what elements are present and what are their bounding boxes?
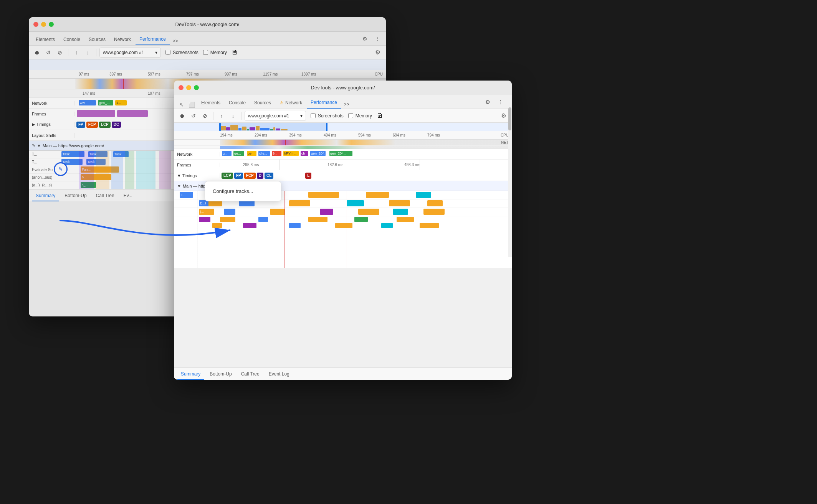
window-title-1: DevTools - www.google.com/ [175,21,240,27]
download-button-1[interactable]: ↓ [83,48,93,58]
scrollbar-2[interactable] [508,123,512,257]
flame-chart-2: T... E...t [174,191,512,268]
event-log-tab-2[interactable]: Event Log [265,369,293,380]
reload-button-2[interactable]: ↺ [189,111,198,121]
tab-more-2[interactable]: >> [342,100,352,109]
maximize-button-2[interactable] [194,85,199,90]
call-tree-tab-2[interactable]: Call Tree [237,369,263,380]
tab-sources-1[interactable]: Sources [85,34,109,45]
memory-icon-1: 🖹 [232,49,238,56]
cpu-overview-2: NET [174,140,512,146]
edit-circle-annotation: ✎ [54,162,68,176]
window-controls-2[interactable] [179,85,199,90]
devtools-icon-2: ↖ [177,102,186,108]
memory-icon-2: 🖹 [377,112,383,119]
tab-console-2[interactable]: Console [225,97,250,109]
settings-icon-2[interactable]: ⚙ [483,97,493,107]
device-toolbar-icon: ⬜ [189,102,195,108]
tab-more-1[interactable]: >> [170,37,180,45]
record-button-1[interactable]: ⏺ [32,48,42,58]
network-label-1: Network [29,101,75,105]
network-row-2: Network g... ge... ge clie... 9... hPYm.… [174,149,512,160]
memory-toggle-1[interactable]: Memory [203,50,227,55]
titlebar-1: DevTools - www.google.com/ [29,17,386,32]
chevron-down-icon: ▾ [155,50,157,55]
cpu-label-2: CPU [501,133,509,137]
tab-sources-2[interactable]: Sources [250,97,275,109]
configure-tracks-popup: Configure tracks... [205,181,281,201]
timeline-ruler-1: 97 ms 397 ms 597 ms 797 ms 997 ms 1197 m… [29,70,386,79]
tab-elements-1[interactable]: Elements [32,34,59,45]
tab-performance-1[interactable]: Performance [136,34,170,45]
devtools-window-2: DevTools - www.google.com/ ↖ ⬜ Elements … [174,81,512,380]
tab-network-1[interactable]: Network [110,34,135,45]
url-selector-1[interactable]: www.google.com #1 ▾ [99,48,161,58]
timeline-area-2: 194 ms 294 ms 394 ms 494 ms 594 ms 694 m… [174,123,512,268]
bottom-tab-bar-2: Summary Bottom-Up Call Tree Event Log [174,367,512,380]
device-icon-2: ⬜ [187,102,197,108]
timeline-ruler-2: 194 ms 294 ms 394 ms 494 ms 594 ms 694 m… [174,131,512,140]
edit-pencil-icon[interactable]: ✎ [32,143,35,148]
more-icon-1[interactable]: ⋮ [373,34,383,44]
window-title-2: DevTools - www.google.com/ [311,85,375,91]
toolbar-2: ⏺ ↺ ⊘ ↑ ↓ www.google.com #1 ▾ Screenshot… [174,109,512,123]
chevron-down-icon-2: ▾ [300,113,303,119]
call-tree-tab-1[interactable]: Call Tree [92,191,118,201]
upload-button-1[interactable]: ↑ [71,48,81,58]
settings-icon-1[interactable]: ⚙ [360,34,370,44]
window-controls-1[interactable] [33,22,54,27]
summary-tab-1[interactable]: Summary [32,191,59,201]
screenshots-toggle-1[interactable]: Screenshots [165,50,198,55]
tab-bar-1: Elements Console Sources Network Perform… [29,32,386,46]
net-bar-2 [174,146,512,149]
clear-button-2[interactable]: ⊘ [200,111,210,121]
clear-button-1[interactable]: ⊘ [55,48,65,58]
warning-icon: ⚠ [280,100,284,105]
cursor-icon: ↖ [179,102,184,108]
reload-button-1[interactable]: ↺ [43,48,53,58]
summary-tab-2[interactable]: Summary [177,369,204,380]
memory-toggle-2[interactable]: Memory [348,113,372,119]
minimize-button-2[interactable] [186,85,191,90]
toolbar-1: ⏺ ↺ ⊘ ↑ ↓ www.google.com #1 ▾ Screenshot… [29,46,386,59]
tab-console-1[interactable]: Console [60,34,84,45]
bottom-up-tab-1[interactable]: Bottom-Up [61,191,90,201]
tab-bar-2: ↖ ⬜ Elements Console Sources ⚠ Network P… [174,95,512,109]
chevron-down-icon-main: ▼ [177,184,181,188]
chevron-down-icon: ▼ [37,143,41,148]
event-log-tab-1[interactable]: Ev... [120,191,136,201]
close-button-1[interactable] [33,22,38,27]
capture-settings-2[interactable]: ⚙ [499,111,509,121]
tab-performance-2[interactable]: Performance [307,97,341,109]
tab-network-2[interactable]: ⚠ Network [276,97,306,109]
download-button-2[interactable]: ↓ [228,111,238,121]
timings-row-2: ▼ Timings LCP FP FCP D CL L [174,170,512,181]
configure-tracks-item[interactable]: Configure tracks... [205,184,281,198]
frames-row-2: Frames 295.8 ms 182.6 ms 493.3 ms [174,160,512,170]
bottom-up-tab-2[interactable]: Bottom-Up [206,369,235,380]
cpu-label-1: CPU [375,72,383,76]
upload-button-2[interactable]: ↑ [217,111,227,121]
maximize-button-1[interactable] [49,22,54,27]
pencil-icon: ✎ [58,166,63,172]
screenshots-toggle-2[interactable]: Screenshots [311,113,344,119]
titlebar-2: DevTools - www.google.com/ [174,81,512,95]
timings-area-2: ▼ Timings LCP FP FCP D CL L Configure tr… [174,170,512,181]
record-button-2[interactable]: ⏺ [177,111,187,121]
tab-elements-2[interactable]: Elements [197,97,224,109]
capture-settings-1[interactable]: ⚙ [373,48,383,58]
minimize-button-1[interactable] [41,22,46,27]
close-button-2[interactable] [179,85,184,90]
url-selector-2[interactable]: www.google.com #1 ▾ [245,111,306,121]
more-icon-2[interactable]: ⋮ [496,97,506,107]
scrollbar-thumb-2[interactable] [508,123,511,130]
